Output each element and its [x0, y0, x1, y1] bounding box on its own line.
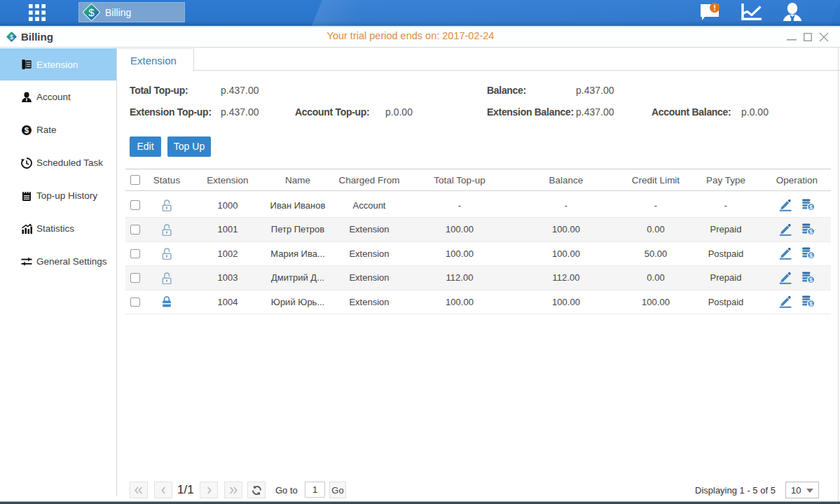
svg-text:$: $ [88, 6, 95, 18]
svg-text:!: ! [713, 4, 716, 12]
